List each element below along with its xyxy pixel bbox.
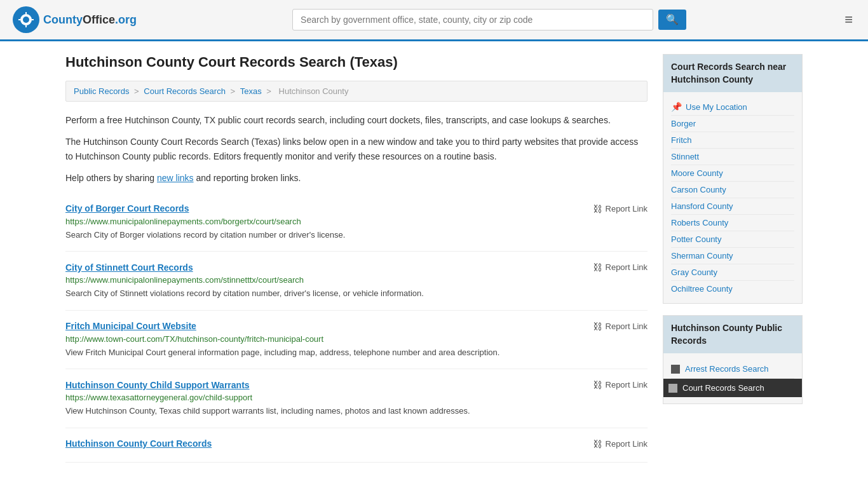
search-input[interactable]	[292, 9, 653, 30]
sidebar-pubrecords-label: Arrest Records Search	[685, 364, 769, 374]
resource-item: Fritch Municipal Court Website ⛓ Report …	[65, 311, 648, 370]
menu-button[interactable]: ≡	[842, 9, 855, 30]
breadcrumb-sep3: >	[266, 86, 273, 96]
resource-title[interactable]: City of Stinnett Court Records	[65, 262, 193, 273]
breadcrumb-court-records[interactable]: Court Records Search	[144, 86, 226, 96]
logo-area: CountyOffice.org	[13, 6, 137, 33]
resource-title[interactable]: City of Borger Court Records	[65, 203, 189, 214]
sidebar-nearby-content: 📌 Use My Location Borger Fritch Stinnett…	[663, 92, 802, 303]
breadcrumb-sep1: >	[134, 86, 141, 96]
resource-item: City of Stinnett Court Records ⛓ Report …	[65, 252, 648, 311]
report-label: Report Link	[606, 322, 648, 331]
report-link-button[interactable]: ⛓ Report Link	[593, 438, 648, 449]
description-para2: The Hutchinson County Court Records Sear…	[65, 135, 648, 163]
sidebar-court-records[interactable]: Court Records Search	[663, 379, 802, 397]
sidebar-nearby-header: Court Records Search near Hutchinson Cou…	[663, 55, 802, 92]
sidebar-item-label: Carson County	[671, 185, 726, 194]
report-label: Report Link	[606, 262, 648, 272]
logo-text[interactable]: CountyOffice.org	[43, 13, 137, 27]
sidebar-arrest-records[interactable]: Arrest Records Search	[671, 360, 794, 379]
resource-title[interactable]: Fritch Municipal Court Website	[65, 321, 196, 331]
report-icon: ⛓	[593, 438, 602, 449]
sidebar-item-label: Stinnett	[671, 152, 699, 161]
sidebar-item-carson-county[interactable]: Carson County	[671, 182, 794, 198]
pin-icon: 📌	[671, 102, 682, 112]
report-label: Report Link	[606, 439, 648, 449]
breadcrumb-texas[interactable]: Texas	[240, 86, 262, 96]
resource-header: City of Borger Court Records ⛓ Report Li…	[65, 203, 648, 214]
sidebar-item-label: Borger	[671, 119, 696, 128]
report-icon: ⛓	[593, 321, 602, 332]
sidebar-use-my-location[interactable]: 📌 Use My Location	[671, 98, 794, 116]
use-my-location-label: Use My Location	[686, 102, 747, 112]
resource-header: City of Stinnett Court Records ⛓ Report …	[65, 262, 648, 273]
sidebar-item-sherman-county[interactable]: Sherman County	[671, 248, 794, 264]
desc-para3-suffix: and reporting broken links.	[194, 173, 301, 183]
breadcrumb-current: Hutchinson County	[279, 86, 349, 96]
sidebar-item-stinnett[interactable]: Stinnett	[671, 149, 794, 165]
logo-icon	[13, 6, 39, 33]
content-area: Hutchinson County Court Records Search (…	[65, 54, 648, 463]
header: CountyOffice.org 🔍 ≡	[0, 0, 868, 41]
square-icon-dark	[668, 384, 677, 393]
resource-desc: View Hutchinson County, Texas child supp…	[65, 405, 648, 417]
report-icon: ⛓	[593, 262, 602, 273]
page-title: Hutchinson County Court Records Search (…	[65, 54, 648, 71]
sidebar-pubrecords-content: Arrest Records Search Court Records Sear…	[663, 353, 802, 403]
sidebar-item-label: Ochiltree County	[671, 284, 733, 294]
resource-item: City of Borger Court Records ⛓ Report Li…	[65, 193, 648, 252]
resource-header: Fritch Municipal Court Website ⛓ Report …	[65, 321, 648, 332]
resource-header: Hutchinson County Court Records ⛓ Report…	[65, 438, 648, 449]
breadcrumb: Public Records > Court Records Search > …	[65, 81, 648, 102]
resource-desc: View Fritch Municipal Court general info…	[65, 346, 648, 359]
sidebar-item-label: Potter County	[671, 234, 722, 244]
report-label: Report Link	[606, 204, 648, 214]
breadcrumb-sep2: >	[231, 86, 238, 96]
resource-url[interactable]: https://www.texasattorneygeneral.gov/chi…	[65, 393, 648, 402]
sidebar: Court Records Search near Hutchinson Cou…	[663, 54, 803, 463]
resource-desc: Search City of Stinnett violations recor…	[65, 287, 648, 300]
sidebar-item-potter-county[interactable]: Potter County	[671, 231, 794, 248]
breadcrumb-public-records[interactable]: Public Records	[74, 86, 129, 96]
sidebar-item-label: Gray County	[671, 268, 717, 277]
desc-para3-prefix: Help others by sharing	[65, 173, 157, 183]
resource-url[interactable]: https://www.municipalonlinepayments.com/…	[65, 275, 648, 285]
sidebar-item-gray-county[interactable]: Gray County	[671, 264, 794, 281]
resource-header: Hutchinson County Child Support Warrants…	[65, 379, 648, 390]
sidebar-item-ochiltree-county[interactable]: Ochiltree County	[671, 281, 794, 297]
resource-item: Hutchinson County Court Records ⛓ Report…	[65, 428, 648, 463]
sidebar-item-roberts-county[interactable]: Roberts County	[671, 215, 794, 231]
search-button[interactable]: 🔍	[658, 10, 686, 30]
resource-title[interactable]: Hutchinson County Court Records	[65, 438, 212, 449]
report-link-button[interactable]: ⛓ Report Link	[593, 262, 648, 273]
description-para1: Perform a free Hutchinson County, TX pub…	[65, 113, 648, 127]
description-para3: Help others by sharing new links and rep…	[65, 171, 648, 185]
report-icon: ⛓	[593, 203, 602, 214]
sidebar-item-label: Fritch	[671, 135, 692, 145]
new-links-link[interactable]: new links	[157, 173, 194, 183]
hamburger-icon: ≡	[844, 11, 853, 27]
sidebar-pubrecords-label: Court Records Search	[682, 383, 764, 393]
resource-title[interactable]: Hutchinson County Child Support Warrants	[65, 380, 250, 390]
report-link-button[interactable]: ⛓ Report Link	[593, 321, 648, 332]
sidebar-nearby-box: Court Records Search near Hutchinson Cou…	[663, 54, 803, 304]
sidebar-item-moore-county[interactable]: Moore County	[671, 165, 794, 182]
report-link-button[interactable]: ⛓ Report Link	[593, 379, 648, 390]
sidebar-item-hansford-county[interactable]: Hansford County	[671, 198, 794, 215]
resource-url[interactable]: http://www.town-court.com/TX/hutchinson-…	[65, 334, 648, 344]
sidebar-pubrecords-header: Hutchinson County Public Records	[663, 316, 802, 353]
resource-item: Hutchinson County Child Support Warrants…	[65, 369, 648, 428]
search-area: 🔍	[292, 9, 686, 30]
sidebar-item-label: Moore County	[671, 168, 723, 178]
sidebar-pubrecords-box: Hutchinson County Public Records Arrest …	[663, 315, 803, 404]
sidebar-item-label: Hansford County	[671, 201, 733, 211]
resource-url[interactable]: https://www.municipalonlinepayments.com/…	[65, 217, 648, 226]
search-icon: 🔍	[666, 14, 679, 25]
sidebar-item-borger[interactable]: Borger	[671, 116, 794, 132]
report-label: Report Link	[606, 380, 648, 390]
main-container: Hutchinson County Court Records Search (…	[53, 41, 815, 475]
report-icon: ⛓	[593, 379, 602, 390]
square-icon	[671, 365, 680, 374]
sidebar-item-fritch[interactable]: Fritch	[671, 132, 794, 149]
report-link-button[interactable]: ⛓ Report Link	[593, 203, 648, 214]
